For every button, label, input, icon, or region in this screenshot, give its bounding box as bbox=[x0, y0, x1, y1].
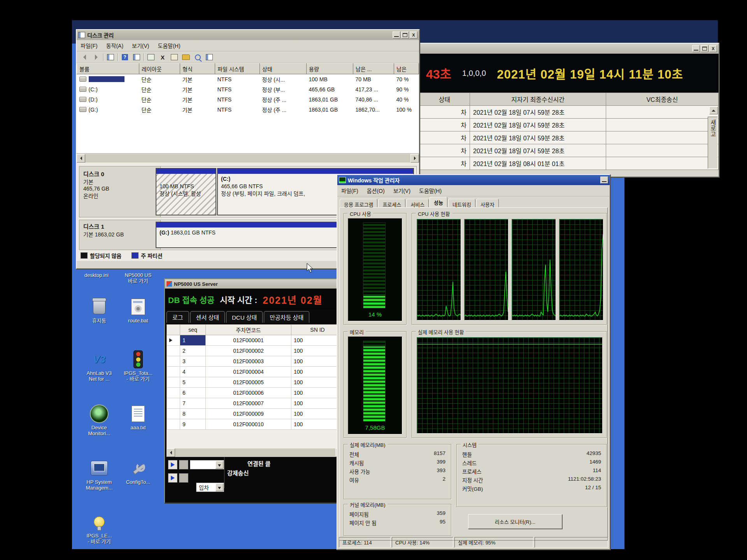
desktop-icon-hp-system-management[interactable]: HP System Managem... bbox=[78, 459, 121, 491]
search-icon[interactable] bbox=[193, 53, 202, 61]
desktop-icon-ipgs-le[interactable]: IPGS_LE... - 바로 가기 bbox=[78, 513, 121, 544]
tab-services[interactable]: 서비스 bbox=[406, 199, 429, 207]
col-parking-code[interactable]: 주차면코드 bbox=[206, 325, 291, 335]
desktop-icon-ipgs-total[interactable]: IPGS_Tota... - 바로 가기 bbox=[117, 350, 160, 382]
grid-horizontal-scrollbar[interactable] bbox=[167, 448, 344, 457]
col-capacity[interactable]: 용량 bbox=[307, 64, 353, 74]
play-icon[interactable] bbox=[168, 473, 177, 483]
table-row[interactable]: 차2021년 02월 18일 08시 01분 01초 bbox=[419, 157, 719, 170]
scroll-up-icon[interactable] bbox=[709, 107, 718, 114]
forward-icon[interactable] bbox=[91, 53, 101, 61]
grid-row[interactable]: 7012F000007100 bbox=[167, 398, 344, 409]
close-icon[interactable]: X bbox=[709, 45, 717, 52]
disk1-label[interactable]: 디스크 1 기본 1863,02 GB bbox=[79, 220, 161, 250]
menu-file[interactable]: 파일(F) bbox=[341, 187, 358, 194]
col-sn-id[interactable]: SN ID bbox=[291, 325, 344, 335]
entry-dropdown[interactable]: 입차 bbox=[196, 483, 224, 492]
refresh-side-button[interactable]: 새로고 bbox=[708, 117, 718, 169]
tab-performance[interactable]: 성능 bbox=[430, 197, 447, 207]
col-seq[interactable]: seq bbox=[180, 325, 206, 335]
grid-row[interactable]: 3012F000003100 bbox=[167, 356, 344, 367]
help-icon[interactable]: ? bbox=[120, 53, 130, 61]
desktop-icon-aaa-txt[interactable]: aaa.txt bbox=[117, 404, 160, 430]
desktop-icon-recycle-bin[interactable]: 휴지통 bbox=[78, 298, 121, 324]
col-free[interactable]: 남은 ... bbox=[353, 64, 394, 74]
tab-applications[interactable]: 응용 프로그램 bbox=[340, 199, 377, 207]
col-free-pct[interactable]: 남은 bbox=[394, 64, 419, 74]
play-icon[interactable] bbox=[168, 460, 177, 469]
menu-view[interactable]: 보기(V) bbox=[132, 42, 149, 49]
maximize-icon[interactable] bbox=[401, 32, 409, 38]
grid-row-selected[interactable]: 1 012F000001 100 bbox=[167, 335, 344, 346]
minimize-icon[interactable] bbox=[692, 45, 700, 52]
desktop-file-label[interactable]: desktop.ini bbox=[77, 272, 116, 278]
volume-row[interactable]: (G:) 단순기본 NTFS정상 (주 ... 1863,01 GB1862,7… bbox=[77, 105, 419, 115]
col-status[interactable]: 상태 bbox=[419, 93, 470, 106]
menu-options[interactable]: 옵션(O) bbox=[367, 187, 385, 194]
grid-row[interactable]: 8012F000009100 bbox=[167, 409, 344, 419]
menu-help[interactable]: 도움말(H) bbox=[419, 187, 442, 194]
grid-row[interactable]: 4012F000004100 bbox=[167, 367, 344, 377]
settings-window-icon[interactable] bbox=[205, 53, 214, 61]
stop-button[interactable] bbox=[179, 460, 188, 469]
refresh-icon[interactable] bbox=[146, 53, 156, 61]
np5000-titlebar[interactable]: NP5000 US Server bbox=[165, 279, 344, 289]
desktop-icon-ahnlab-v3[interactable]: V3 AhnLab V3 Net for ... bbox=[78, 350, 121, 382]
col-type[interactable]: 형식 bbox=[180, 64, 215, 74]
table-row[interactable]: 차2021년 02월 18일 07시 59분 28초 bbox=[419, 144, 719, 157]
resource-monitor-button[interactable]: 리소스 모니터(R)... bbox=[468, 514, 562, 529]
volume-row-selected[interactable]: 단순기본 NTFS정상 (시... 100 MB70 MB 70 % bbox=[77, 74, 419, 85]
properties-icon[interactable] bbox=[170, 53, 179, 61]
open-folder-icon[interactable] bbox=[181, 53, 191, 61]
maximize-icon[interactable] bbox=[701, 45, 708, 52]
console-window-icon[interactable] bbox=[106, 53, 115, 61]
minimize-icon[interactable] bbox=[393, 32, 400, 38]
menu-help[interactable]: 도움말(H) bbox=[158, 42, 181, 49]
horizontal-scrollbar[interactable] bbox=[77, 154, 419, 163]
task-manager-titlebar[interactable]: Windows 작업 관리자 bbox=[337, 175, 610, 185]
tab-dcu-status[interactable]: DCU 상태 bbox=[226, 311, 263, 323]
col-volume[interactable]: 볼륨 bbox=[77, 64, 139, 74]
selection-dropdown[interactable] bbox=[190, 460, 224, 469]
scroll-left-icon[interactable] bbox=[167, 448, 175, 457]
disk0-partition-system[interactable]: 100 MB NTFS정상 (시스템, 활성 bbox=[156, 168, 216, 215]
table-row[interactable]: 차2021년 02월 18일 07시 59분 28초 bbox=[419, 119, 719, 131]
table-row[interactable]: 차2021년 02월 18일 07시 59분 28초 bbox=[419, 106, 719, 119]
scroll-right-icon[interactable] bbox=[410, 154, 419, 163]
col-last-recv[interactable]: 지자기 최종수신시간 bbox=[470, 93, 606, 106]
col-vc-last-send[interactable]: VC최종송신 bbox=[606, 93, 719, 106]
delete-icon[interactable]: X bbox=[158, 53, 167, 61]
desktop-shortcut-label[interactable]: NP5000 US 바로 가기 bbox=[117, 272, 160, 284]
disk-management-titlebar[interactable]: 디스크 관리 X bbox=[77, 30, 419, 40]
back-icon[interactable] bbox=[80, 53, 89, 61]
minimize-icon[interactable] bbox=[600, 177, 608, 184]
grid-row[interactable]: 5012F000005100 bbox=[167, 377, 344, 388]
desktop-icon-device-monitoring[interactable]: Device Monitori... bbox=[78, 404, 121, 436]
tab-sensor-status[interactable]: 센서 상태 bbox=[190, 311, 225, 323]
grid-row[interactable]: 6012F000006100 bbox=[167, 388, 344, 398]
tab-lights-status[interactable]: 만공차등 상태 bbox=[264, 311, 309, 323]
tab-processes[interactable]: 프로세스 bbox=[378, 199, 405, 207]
table-row[interactable]: 차2021년 02월 18일 07시 59분 28초 bbox=[419, 131, 719, 144]
grid-row[interactable]: 9012F000010100 bbox=[167, 419, 344, 430]
tab-networking[interactable]: 네트워킹 bbox=[448, 199, 475, 207]
volume-row[interactable]: (D:) 단순기본 NTFS정상 (주 ... 1863,01 GB740,86… bbox=[77, 94, 419, 105]
grid-row[interactable]: 2012F000002100 bbox=[167, 346, 344, 356]
desktop-icon-route-bat[interactable]: route.bat bbox=[117, 298, 160, 324]
tab-log[interactable]: 로그 bbox=[167, 311, 189, 323]
col-layout[interactable]: 레이아웃 bbox=[139, 64, 180, 74]
volume-row[interactable]: (C:) 단순기본 NTFS정상 (부... 465,66 GB417,23 .… bbox=[77, 84, 419, 94]
menu-action[interactable]: 동작(A) bbox=[106, 42, 123, 49]
list-window-icon[interactable] bbox=[132, 53, 141, 61]
menu-file[interactable]: 파일(F) bbox=[81, 42, 98, 49]
tab-users[interactable]: 사용자 bbox=[476, 199, 499, 207]
force-send-button[interactable]: 강제송신 bbox=[227, 469, 249, 477]
menu-view[interactable]: 보기(V) bbox=[393, 187, 410, 194]
close-icon[interactable]: X bbox=[410, 32, 417, 38]
col-status[interactable]: 상태 bbox=[260, 64, 307, 74]
disk0-label[interactable]: 디스크 0 기본 465,76 GB 온라인 bbox=[79, 166, 161, 217]
vc-monitor-titlebar[interactable]: X bbox=[419, 44, 719, 54]
stop-button[interactable] bbox=[179, 473, 188, 483]
desktop-icon-config-tool[interactable]: ConfigTo... bbox=[117, 459, 160, 485]
scroll-left-icon[interactable] bbox=[77, 154, 85, 163]
